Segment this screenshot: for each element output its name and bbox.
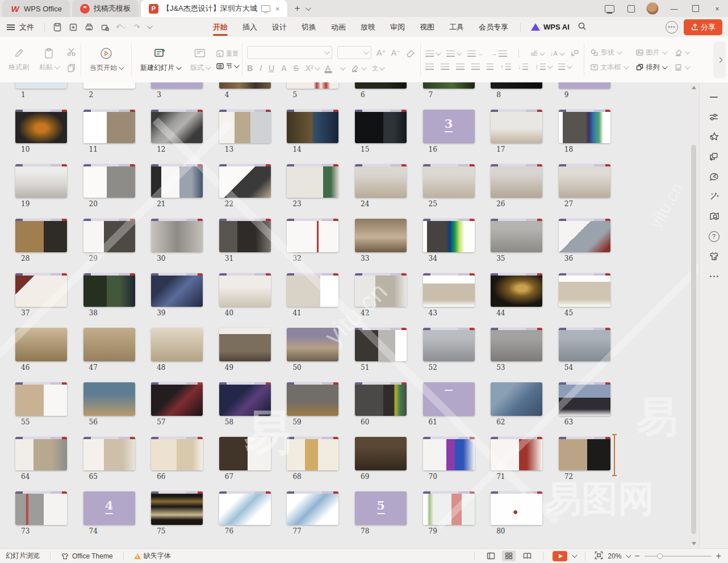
slide-thumbnail-18[interactable] — [559, 110, 610, 143]
zoom-in-button[interactable]: + — [716, 551, 721, 561]
text-direction-button[interactable]: ab̅ — [530, 50, 543, 57]
tab-animation[interactable]: 动画 — [324, 18, 353, 37]
play-slideshow-button[interactable] — [553, 551, 567, 561]
slide-thumbnail-66[interactable] — [151, 437, 203, 470]
smartart-convert-button[interactable] — [570, 49, 579, 57]
play-from-current-button[interactable]: 当页开始 — [85, 41, 128, 78]
slide-thumbnail-2[interactable] — [83, 82, 135, 89]
decrease-font-button[interactable]: A⁻ — [391, 48, 401, 57]
slide-thumbnail-61[interactable] — [423, 382, 475, 416]
shapes-button[interactable]: 形状 — [590, 48, 627, 57]
hamburger-menu-icon[interactable] — [7, 24, 15, 30]
highlight-button[interactable] — [351, 64, 365, 72]
bullet-list-button[interactable] — [425, 51, 440, 57]
skin-theme-icon[interactable] — [708, 251, 719, 262]
strikethrough-button[interactable]: S — [293, 64, 298, 73]
slide-thumbnail-7[interactable] — [423, 82, 475, 89]
slide-thumbnail-79[interactable] — [423, 491, 475, 525]
slide-thumbnail-15[interactable] — [355, 110, 407, 143]
slide-thumbnail-80[interactable] — [491, 491, 542, 525]
fill-color-button[interactable] — [674, 48, 689, 57]
slide-thumbnail-17[interactable] — [491, 110, 542, 143]
slide-thumbnail-36[interactable] — [559, 219, 610, 252]
slide-thumbnail-49[interactable] — [219, 328, 271, 361]
zoom-level-label[interactable]: 20% — [608, 552, 621, 560]
animation-pane-icon[interactable] — [708, 151, 719, 162]
slide-thumbnail-74[interactable]: 4 — [83, 491, 135, 525]
decrease-indent-button[interactable]: ← — [467, 50, 484, 57]
tab-list-chevron-icon[interactable] — [306, 5, 311, 11]
slide-thumbnail-13[interactable] — [219, 110, 271, 143]
help-icon[interactable]: ? — [708, 231, 719, 242]
file-menu[interactable]: 文件 — [19, 22, 34, 32]
more-tools-icon[interactable] — [708, 270, 719, 282]
move-up-button[interactable]: ↑ — [500, 63, 511, 70]
move-down-button[interactable]: ↓ — [518, 63, 529, 70]
slide-thumbnail-12[interactable] — [151, 110, 203, 143]
reset-button[interactable]: 重置 — [216, 49, 239, 58]
new-slide-button[interactable]: 新建幻灯片 — [135, 41, 185, 78]
print-preview-icon[interactable] — [99, 21, 111, 34]
tab-wps-office[interactable]: W WPS Office — [2, 0, 70, 17]
distribute-button[interactable] — [487, 64, 493, 70]
font-size-select[interactable] — [337, 46, 371, 59]
slide-thumbnail-8[interactable] — [491, 82, 542, 89]
slide-thumbnail-6[interactable] — [355, 82, 407, 89]
slide-thumbnail-64[interactable] — [15, 437, 67, 470]
slide-thumbnail-23[interactable] — [287, 164, 338, 198]
slide-thumbnail-57[interactable] — [151, 382, 203, 416]
slide-thumbnail-30[interactable] — [151, 219, 203, 252]
slide-thumbnail-37[interactable] — [15, 273, 67, 307]
slide-thumbnail-48[interactable] — [151, 328, 203, 361]
print-icon[interactable] — [83, 21, 95, 34]
scroll-down-arrow-icon[interactable] — [692, 542, 696, 545]
slide-thumbnail-10[interactable] — [15, 110, 67, 143]
format-painter-button[interactable]: 格式刷 — [3, 41, 34, 78]
slide-thumbnail-32[interactable] — [287, 219, 338, 252]
screen-cast-icon[interactable] — [599, 0, 620, 17]
account-avatar[interactable] — [642, 0, 663, 17]
tab-tools[interactable]: 工具 — [442, 18, 471, 37]
layout-button[interactable]: 版式 — [185, 41, 215, 78]
slide-thumbnail-52[interactable] — [423, 328, 475, 361]
slide-thumbnail-70[interactable] — [423, 437, 475, 470]
slide-thumbnail-45[interactable] — [559, 273, 610, 307]
slide-thumbnail-19[interactable] — [15, 164, 67, 198]
slide-sorter-canvas[interactable]: 1234567891011121314153161718192021222324… — [0, 82, 698, 549]
redo-icon[interactable]: ↷ — [131, 21, 143, 34]
tab-insert[interactable]: 插入 — [235, 18, 265, 37]
slide-thumbnail-11[interactable] — [83, 110, 135, 143]
slide-thumbnail-65[interactable] — [83, 437, 135, 470]
slide-thumbnail-51[interactable] — [355, 328, 407, 361]
tab-slideshow[interactable]: 放映 — [353, 18, 383, 37]
slide-thumbnail-76[interactable] — [219, 491, 271, 525]
slide-thumbnail-20[interactable] — [83, 164, 135, 198]
slide-thumbnail-46[interactable] — [15, 328, 67, 361]
slide-thumbnail-9[interactable] — [559, 82, 610, 89]
collapse-sidebar-button[interactable] — [708, 91, 719, 103]
properties-sliders-icon[interactable] — [708, 111, 719, 123]
font-name-select[interactable] — [247, 46, 332, 59]
ribbon-expand-button[interactable] — [713, 41, 726, 78]
slide-thumbnail-3[interactable] — [151, 82, 203, 89]
picture-button[interactable]: 图片 — [635, 48, 666, 57]
zoom-chevron-icon[interactable] — [626, 552, 631, 558]
slide-thumbnail-21[interactable] — [151, 164, 203, 198]
outline-style-button[interactable] — [674, 62, 689, 72]
slide-thumbnail-39[interactable] — [151, 273, 203, 307]
slide-thumbnail-25[interactable] — [423, 164, 475, 198]
export-icon[interactable] — [67, 21, 80, 34]
zoom-out-button[interactable]: − — [634, 551, 639, 561]
slide-thumbnail-44[interactable] — [491, 273, 542, 307]
slide-thumbnail-4[interactable] — [219, 82, 271, 89]
close-button[interactable]: × — [706, 0, 728, 17]
tab-member[interactable]: 会员专享 — [471, 18, 516, 37]
tab-docer-template[interactable]: ❞ 找稿壳模板 — [72, 0, 139, 17]
slide-thumbnail-73[interactable] — [15, 491, 67, 525]
slide-thumbnail-72[interactable] — [559, 437, 610, 470]
workspace-cube-icon[interactable] — [620, 0, 642, 17]
slide-thumbnail-58[interactable] — [219, 382, 271, 416]
textbox-button[interactable]: 文本框 — [590, 62, 627, 72]
char-spacing-button[interactable]: A — [281, 64, 286, 73]
slide-thumbnail-42[interactable] — [355, 273, 407, 307]
